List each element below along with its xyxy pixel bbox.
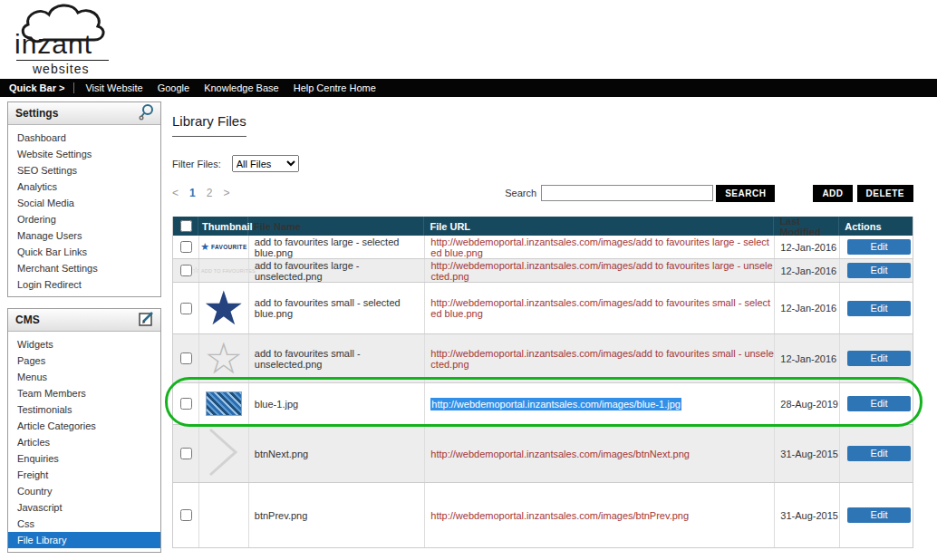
- table-row: ☆ ADD TO FAVOURITES add to favourites la…: [173, 259, 913, 283]
- pagination-page-2[interactable]: 2: [207, 187, 213, 199]
- blue-image-thumbnail: [206, 391, 242, 416]
- sidebar-item-quick-bar-links[interactable]: Quick Bar Links: [8, 244, 160, 260]
- file-url[interactable]: http://webdemoportal.inzantsales.com/ima…: [424, 283, 774, 333]
- last-modified: 12-Jan-2016: [774, 283, 839, 333]
- sidebar-item-login-redirect[interactable]: Login Redirect: [8, 276, 160, 293]
- logo-brand-text: inzant: [14, 29, 92, 60]
- file-name: btnNext.png: [248, 425, 425, 482]
- settings-search-icon[interactable]: [138, 103, 156, 124]
- sidebar-item-manage-users[interactable]: Manage Users: [8, 227, 160, 244]
- file-name: add to favourites large - unselected.png: [248, 259, 424, 282]
- row-checkbox[interactable]: [180, 509, 192, 521]
- sidebar: Settings Dashboard Website Settings SEO …: [7, 101, 161, 560]
- pagination-prev-icon[interactable]: <: [172, 187, 179, 199]
- thumb-label: FAVOURITE: [211, 244, 246, 250]
- last-modified: 31-Aug-2015: [774, 483, 839, 547]
- table-row: ★ FAVOURITE add to favourites large - se…: [173, 236, 913, 259]
- row-checkbox[interactable]: [180, 265, 192, 276]
- add-button[interactable]: ADD: [813, 185, 852, 202]
- file-name: btnPrev.png: [248, 483, 425, 547]
- nav-knowledge-base[interactable]: Knowledge Base: [204, 82, 279, 93]
- header-thumbnail: Thumbnail: [198, 217, 248, 236]
- file-url[interactable]: http://webdemoportal.inzantsales.com/ima…: [424, 334, 774, 382]
- last-modified: 31-Aug-2015: [774, 425, 839, 482]
- sidebar-item-testimonials[interactable]: Testimonials: [8, 401, 160, 418]
- row-checkbox[interactable]: [180, 352, 192, 364]
- filter-files-select[interactable]: All Files: [232, 155, 299, 172]
- edit-button[interactable]: Edit: [847, 239, 911, 255]
- row-checkbox[interactable]: [180, 241, 192, 253]
- sidebar-item-javascript[interactable]: Javascript: [8, 499, 160, 516]
- edit-icon[interactable]: [138, 310, 156, 331]
- sidebar-item-article-categories[interactable]: Article Categories: [8, 418, 160, 434]
- page-title: Library Files: [172, 113, 246, 137]
- sidebar-item-ordering[interactable]: Ordering: [8, 211, 160, 227]
- cms-panel-header: CMS: [8, 309, 160, 332]
- search-group: Search SEARCH: [505, 185, 775, 202]
- delete-button[interactable]: DELETE: [857, 185, 913, 202]
- edit-button[interactable]: Edit: [847, 301, 911, 316]
- sidebar-item-website-settings[interactable]: Website Settings: [8, 146, 160, 162]
- file-url[interactable]: http://webdemoportal.inzantsales.com/ima…: [424, 259, 774, 282]
- header-file-name: File Name: [248, 217, 424, 236]
- last-modified: 12-Jan-2016: [774, 236, 839, 258]
- file-url[interactable]: http://webdemoportal.inzantsales.com/ima…: [424, 383, 774, 424]
- table-row: btnNext.png http://webdemoportal.inzants…: [173, 425, 913, 483]
- select-all-checkbox[interactable]: [180, 220, 192, 232]
- pagination-next-icon[interactable]: >: [223, 187, 229, 199]
- last-modified: 28-Aug-2019: [774, 383, 839, 424]
- star-filled-blue-icon: ★: [203, 285, 246, 332]
- sidebar-item-seo-settings[interactable]: SEO Settings: [8, 162, 160, 179]
- pagination-page-1[interactable]: 1: [189, 187, 196, 199]
- sidebar-item-country[interactable]: Country: [8, 483, 160, 499]
- nav-visit-website[interactable]: Visit Website: [85, 82, 142, 93]
- edit-button[interactable]: Edit: [847, 351, 911, 366]
- nav-help-centre-home[interactable]: Help Centre Home: [294, 82, 376, 93]
- sidebar-item-file-library[interactable]: File Library: [8, 532, 160, 548]
- file-url[interactable]: http://webdemoportal.inzantsales.com/ima…: [424, 236, 774, 258]
- nav-google[interactable]: Google: [158, 82, 189, 93]
- selected-url-text: http://webdemoportal.inzantsales.com/ima…: [430, 398, 681, 410]
- sidebar-item-css[interactable]: Css: [8, 516, 160, 532]
- nav-divider: [73, 82, 74, 93]
- sidebar-item-analytics[interactable]: Analytics: [8, 179, 160, 195]
- file-name: blue-1.jpg: [248, 383, 425, 424]
- table-row-highlighted: blue-1.jpg http://webdemoportal.inzantsa…: [173, 383, 913, 425]
- file-name: add to favourites small - selected blue.…: [248, 283, 425, 333]
- edit-button[interactable]: Edit: [847, 396, 911, 411]
- search-button[interactable]: SEARCH: [716, 185, 775, 202]
- last-modified: 12-Jan-2016: [774, 334, 839, 382]
- settings-panel-items: Dashboard Website Settings SEO Settings …: [8, 125, 160, 296]
- sidebar-item-widgets[interactable]: Widgets: [8, 336, 160, 352]
- sidebar-item-menus[interactable]: Menus: [8, 369, 160, 385]
- sidebar-item-social-media[interactable]: Social Media: [8, 195, 160, 211]
- sidebar-item-pages[interactable]: Pages: [8, 352, 160, 369]
- filter-row: Filter Files: All Files: [172, 155, 913, 172]
- sidebar-item-dashboard[interactable]: Dashboard: [8, 130, 160, 146]
- inzant-logo: inzant websites: [13, 2, 130, 78]
- main-content: Library Files Filter Files: All Files < …: [172, 113, 913, 548]
- row-checkbox[interactable]: [180, 303, 192, 314]
- search-input[interactable]: [541, 185, 713, 201]
- sidebar-item-articles[interactable]: Articles: [8, 434, 160, 450]
- row-checkbox[interactable]: [180, 448, 192, 459]
- chevron-right-grey-icon: [208, 427, 240, 481]
- header-file-url: File URL: [424, 217, 774, 236]
- edit-button[interactable]: Edit: [847, 507, 911, 523]
- cms-panel: CMS Widgets Pages Menus Team Members Tes…: [7, 308, 161, 553]
- sidebar-item-enquiries[interactable]: Enquiries: [8, 450, 160, 467]
- sidebar-item-freight[interactable]: Freight: [8, 467, 160, 483]
- file-url[interactable]: http://webdemoportal.inzantsales.com/ima…: [424, 425, 774, 482]
- file-url[interactable]: http://webdemoportal.inzantsales.com/ima…: [424, 483, 774, 547]
- edit-button[interactable]: Edit: [847, 446, 911, 461]
- header-last-modified: Last Modified: [774, 217, 839, 236]
- file-name: add to favourites large - selected blue.…: [248, 236, 425, 258]
- sidebar-item-merchant-settings[interactable]: Merchant Settings: [8, 260, 160, 276]
- edit-button[interactable]: Edit: [847, 263, 911, 278]
- sidebar-item-team-members[interactable]: Team Members: [8, 385, 160, 401]
- add-to-favourites-badge-icon: ☆ ADD TO FAVOURITES: [192, 266, 256, 275]
- cms-panel-title: CMS: [15, 314, 40, 326]
- row-checkbox[interactable]: [180, 398, 192, 410]
- nav-quick-bar[interactable]: Quick Bar >: [9, 82, 64, 93]
- table-header-row: Thumbnail File Name File URL Last Modifi…: [173, 217, 913, 236]
